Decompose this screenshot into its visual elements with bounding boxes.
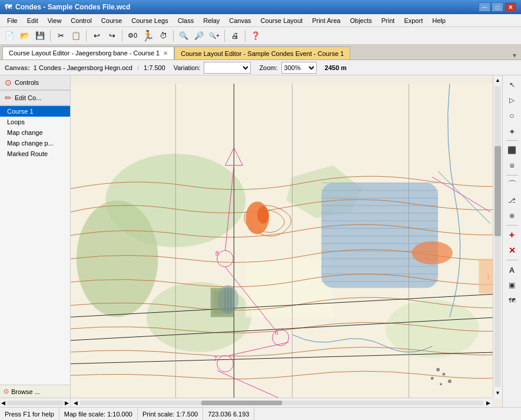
toolbar-new[interactable]: 📄: [2, 29, 16, 43]
rt-lines-tool[interactable]: ≡: [505, 158, 519, 173]
menu-course-legs[interactable]: Course Legs: [127, 16, 172, 25]
status-coordinates-text: 723.036 6.193: [208, 411, 249, 418]
rt-text-tool[interactable]: A: [505, 263, 519, 277]
left-scroll-track[interactable]: [6, 401, 64, 405]
maximize-button[interactable]: □: [492, 2, 503, 12]
canvas-sep1: /: [137, 64, 139, 71]
svg-text:6: 6: [275, 329, 278, 336]
vscroll-down[interactable]: ▼: [493, 388, 502, 398]
nav-course1[interactable]: Course 1: [0, 106, 70, 117]
left-scroll-right[interactable]: ▶: [65, 400, 69, 406]
rt-plus-tool[interactable]: +: [505, 228, 519, 242]
status-coordinates: 723.036 6.193: [203, 408, 254, 420]
controls-label: Controls: [15, 79, 39, 86]
menu-class[interactable]: Class: [173, 16, 199, 25]
hscroll-left[interactable]: ◀: [71, 398, 80, 407]
nav-map-change[interactable]: Map change: [0, 127, 70, 138]
toolbar-save[interactable]: 💾: [33, 29, 47, 43]
canvas-value: 1 Condes - Jaegersborg Hegn.ocd: [34, 64, 132, 71]
close-button[interactable]: ✕: [505, 2, 516, 12]
toolbar-undo[interactable]: ↩: [89, 29, 104, 43]
main-area: ⊙ Controls ✏ Edit Co... Course 1 Loops M…: [0, 75, 521, 407]
minimize-button[interactable]: ─: [479, 2, 490, 12]
nav-marked-route[interactable]: Marked Route: [0, 148, 70, 159]
map-area[interactable]: 1 8 6 7 9 ▲: [71, 75, 502, 407]
rt-forbidden-tool[interactable]: ⊗: [505, 209, 519, 223]
svg-point-52: [442, 373, 445, 376]
toolbar-help[interactable]: ❓: [248, 29, 263, 43]
rt-select-tool[interactable]: ↖: [505, 78, 519, 92]
svg-point-2: [77, 200, 158, 317]
toolbar-zoom-out[interactable]: 🔍: [177, 29, 191, 43]
rt-curve-tool[interactable]: ⌒: [505, 178, 519, 192]
zoom-select[interactable]: 300% 200% 150% 100%: [281, 62, 317, 74]
svg-rect-6: [245, 259, 333, 317]
menu-print[interactable]: Print: [377, 16, 400, 25]
nav-loops[interactable]: Loops: [0, 117, 70, 127]
left-panel: ⊙ Controls ✏ Edit Co... Course 1 Loops M…: [0, 75, 71, 407]
menu-file[interactable]: File: [2, 16, 22, 25]
svg-point-51: [436, 368, 440, 371]
toolbar-redo[interactable]: ↪: [105, 29, 119, 43]
hscroll-right[interactable]: ▶: [483, 398, 493, 407]
left-scroll-left[interactable]: ◀: [1, 400, 5, 406]
title-icon: 🗺: [5, 3, 12, 11]
menu-canvas[interactable]: Canvas: [224, 16, 255, 25]
tab-jaegersborg[interactable]: Course Layout Editor - Jaegersborg bane …: [2, 47, 174, 59]
vscroll-track[interactable]: [495, 86, 501, 387]
status-print-scale: Print scale: 1:7.500: [138, 408, 203, 420]
toolbar-zoom-in[interactable]: 🔎: [192, 29, 206, 43]
menu-help[interactable]: Help: [427, 16, 450, 25]
variation-select[interactable]: [204, 62, 251, 74]
controls-icon: ⊙: [5, 78, 12, 87]
rt-fork-tool[interactable]: ⎇: [505, 193, 519, 207]
tab-close-jaegersborg[interactable]: ✕: [163, 50, 168, 57]
menu-print-area[interactable]: Print Area: [307, 16, 345, 25]
statusbar: Press F1 for help Map file scale: 1:10.0…: [0, 407, 521, 420]
menu-course-layout[interactable]: Course Layout: [256, 16, 308, 25]
menu-edit[interactable]: Edit: [22, 16, 43, 25]
menu-view[interactable]: View: [43, 16, 67, 25]
left-hscroll[interactable]: ◀ ▶: [0, 398, 70, 407]
map-svg: 1 8 6 7 9: [71, 75, 502, 407]
menu-objects[interactable]: Objects: [345, 16, 376, 25]
status-map-scale-text: Map file scale: 1:10.000: [64, 411, 132, 418]
titlebar: 🗺 Condes - Sample Condes File.wcd ─ □ ✕: [0, 0, 521, 14]
toolbar-zoom-fit[interactable]: 🔍+: [207, 29, 221, 43]
rt-circle-tool[interactable]: ○: [505, 108, 519, 123]
vscroll-up[interactable]: ▲: [493, 75, 502, 85]
edit-course-label: Edit Co...: [15, 94, 41, 101]
toolbar-print[interactable]: 🖨: [228, 29, 242, 43]
rt-image-tool[interactable]: ▣: [505, 278, 519, 292]
controls-button[interactable]: ⊙ Controls: [0, 75, 70, 91]
horizontal-scrollbar[interactable]: ◀ ▶: [71, 398, 493, 407]
rt-cross-tool[interactable]: ✕: [505, 243, 519, 257]
toolbar-copy[interactable]: 📋: [69, 29, 83, 43]
toolbar-run[interactable]: ⚙0: [125, 29, 140, 43]
vscroll-thumb[interactable]: [495, 146, 501, 236]
menu-relay[interactable]: Relay: [198, 16, 224, 25]
toolbar-open[interactable]: 📂: [18, 29, 32, 43]
menu-control[interactable]: Control: [66, 16, 96, 25]
rt-square-tool[interactable]: ⬛: [505, 143, 519, 157]
toolbar-cut[interactable]: ✂: [54, 29, 68, 43]
tab-sample[interactable]: Course Layout Editor - Sample Condes Eve…: [174, 47, 350, 59]
menu-export[interactable]: Export: [399, 16, 427, 25]
canvas-distance: 2450 m: [325, 64, 347, 71]
edit-course-icon: ✏: [5, 93, 12, 102]
edit-course-button[interactable]: ✏ Edit Co...: [0, 91, 70, 106]
rt-map-tool[interactable]: 🗺: [505, 293, 519, 307]
toolbar-timer[interactable]: ⏱: [156, 29, 170, 43]
toolbar-event[interactable]: 🏃: [141, 29, 155, 43]
hscroll-track[interactable]: [80, 401, 483, 405]
rt-arrow-tool[interactable]: ▷: [505, 93, 519, 107]
nav-map-change-p[interactable]: Map change p...: [0, 138, 70, 148]
window-controls: ─ □ ✕: [479, 2, 516, 12]
browse-button[interactable]: ⊙ Browse ...: [0, 385, 70, 398]
hscroll-thumb[interactable]: [201, 401, 282, 405]
canvasbar: Canvas: 1 Condes - Jaegersborg Hegn.ocd …: [0, 60, 521, 75]
menu-course[interactable]: Course: [97, 16, 127, 25]
rt-control-tool[interactable]: ◈: [505, 124, 519, 138]
vertical-scrollbar[interactable]: ▲ ▼: [493, 75, 502, 398]
tab-arrow[interactable]: ▾: [510, 51, 519, 59]
